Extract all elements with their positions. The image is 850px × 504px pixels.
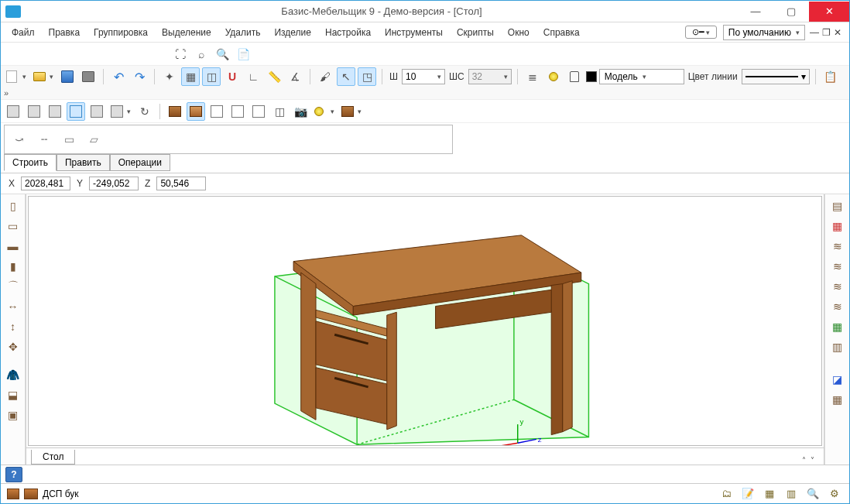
magnet-icon[interactable]: U	[223, 67, 242, 86]
angle-icon[interactable]: ∡	[286, 67, 304, 86]
dash-icon[interactable]: ╌	[36, 131, 53, 148]
wire-box2-icon[interactable]	[228, 102, 247, 121]
snap-object-icon[interactable]: ◫	[202, 67, 221, 86]
menu-group[interactable]: Группировка	[87, 24, 154, 41]
r-tool-8-icon[interactable]: ▥	[828, 338, 847, 355]
print-button[interactable]	[79, 67, 98, 86]
panel-vert-icon[interactable]: ▯	[4, 197, 22, 214]
status-tool-2-icon[interactable]: 📝	[739, 486, 756, 502]
status-tool-6-icon[interactable]: ⚙	[826, 486, 843, 502]
new-button[interactable]: ▾	[4, 67, 29, 86]
view-iso-icon[interactable]	[67, 102, 85, 121]
status-tool-3-icon[interactable]: ▦	[761, 486, 778, 502]
help-icon[interactable]: ?	[5, 467, 22, 482]
profile-icon[interactable]: 🧥	[4, 366, 22, 383]
key-toggle[interactable]: ⊙━ ▾	[685, 26, 717, 39]
extrude-icon[interactable]: ⬓	[4, 386, 22, 403]
zoom-doc-icon[interactable]: 📄	[234, 45, 252, 63]
menu-settings[interactable]: Настройка	[319, 24, 377, 41]
view-refresh-icon[interactable]: ↻	[135, 102, 154, 121]
close-button[interactable]: ✕	[809, 2, 849, 22]
status-tool-4-icon[interactable]: ▥	[783, 486, 800, 502]
select3d-icon[interactable]: ◳	[358, 67, 376, 86]
r-tool-2-icon[interactable]: ▦	[828, 218, 847, 235]
menu-delete[interactable]: Удалить	[219, 24, 267, 41]
menu-file[interactable]: Файл	[5, 24, 41, 41]
box-small-icon[interactable]: ▭	[60, 131, 77, 148]
menu-scripts[interactable]: Скрипты	[451, 24, 500, 41]
menu-tools[interactable]: Инструменты	[379, 24, 449, 41]
wire-box3-icon[interactable]	[249, 102, 268, 121]
status-tool-5-icon[interactable]: 🔍	[804, 486, 821, 502]
menu-window[interactable]: Окно	[502, 24, 536, 41]
box-icon[interactable]: ▣	[4, 406, 22, 423]
preset-combo[interactable]: По умолчанию▾	[723, 25, 805, 40]
view-right-icon[interactable]	[87, 102, 106, 121]
menu-select[interactable]: Выделение	[156, 24, 218, 41]
line-style-combo[interactable]: ▾	[742, 69, 810, 84]
minimize-button[interactable]: —	[738, 2, 773, 22]
dim-h-icon[interactable]: ↔	[4, 298, 22, 315]
width-input[interactable]: 10▾	[402, 69, 445, 84]
panel-curve-icon[interactable]: ⌒	[4, 278, 22, 295]
snap-grid-icon[interactable]: ▦	[181, 67, 200, 86]
scroll-down-icon[interactable]: ˅	[811, 456, 814, 465]
z-input[interactable]	[156, 177, 206, 190]
lock-icon[interactable]	[565, 67, 584, 86]
tab-ops[interactable]: Операции	[110, 154, 170, 171]
x-input[interactable]	[21, 177, 70, 190]
r-tool-9-icon[interactable]: ◪	[828, 371, 847, 388]
tab-build[interactable]: Строить	[4, 154, 57, 171]
open-button[interactable]: ▾	[31, 67, 56, 86]
snap-endpoint-icon[interactable]: ✦	[160, 67, 179, 86]
layer-color-swatch[interactable]	[586, 71, 597, 82]
dim-v-icon[interactable]: ↕	[4, 318, 22, 335]
view-front-icon[interactable]	[4, 102, 22, 121]
r-tool-3-icon[interactable]: ≋	[828, 238, 847, 255]
r-tool-4-icon[interactable]: ≋	[828, 258, 847, 275]
bulb-icon[interactable]	[544, 67, 563, 86]
measure-icon[interactable]: 📏	[265, 67, 283, 86]
undo-button[interactable]: ↶	[109, 67, 128, 86]
r-tool-6-icon[interactable]: ≋	[828, 298, 847, 315]
mdi-close[interactable]: ✕	[834, 27, 841, 38]
render-icon[interactable]: 🖌	[316, 67, 334, 86]
menu-help[interactable]: Справка	[537, 24, 586, 41]
mdi-minimize[interactable]: —	[810, 27, 819, 38]
zoom-extents-icon[interactable]: ⛶	[171, 45, 190, 63]
r-tool-1-icon[interactable]: ▤	[828, 197, 847, 214]
r-tool-10-icon[interactable]: ▦	[828, 391, 847, 408]
clipboard-icon[interactable]: 📋	[821, 67, 840, 86]
cursor-icon[interactable]: ↖	[337, 67, 355, 86]
arc-icon[interactable]: ⤻	[11, 131, 28, 148]
shaded-box-icon[interactable]	[187, 102, 205, 121]
material-drop-icon[interactable]: ▾	[339, 102, 364, 121]
y-input[interactable]	[89, 177, 139, 190]
r-tool-5-icon[interactable]: ≋	[828, 278, 847, 295]
layers-icon[interactable]: ≣	[523, 67, 542, 86]
r-tool-7-icon[interactable]: ▦	[828, 318, 847, 335]
box-persp-icon[interactable]: ▱	[85, 131, 102, 148]
view-more-icon[interactable]: ▾	[108, 102, 133, 121]
save-button[interactable]	[58, 67, 77, 86]
view-left-icon[interactable]	[46, 102, 64, 121]
zoom-in-icon[interactable]: 🔍	[213, 45, 231, 63]
mdi-restore[interactable]: ❐	[822, 27, 831, 38]
zoom-window-icon[interactable]: ⌕	[192, 45, 211, 63]
layer-combo[interactable]: Модель▾	[599, 69, 684, 84]
doc-tab-stol[interactable]: Стол	[31, 450, 75, 465]
menu-edit[interactable]: Правка	[43, 24, 87, 41]
status-tool-1-icon[interactable]: 🗂	[718, 486, 735, 502]
dim-both-icon[interactable]: ✥	[4, 338, 22, 355]
panel-flat-icon[interactable]: ▬	[4, 238, 22, 255]
scroll-up-icon[interactable]: ˄	[802, 456, 806, 465]
panel-horiz-icon[interactable]: ▭	[4, 218, 22, 235]
ortho-icon[interactable]: ∟	[244, 67, 262, 86]
wire-box1-icon[interactable]	[207, 102, 226, 121]
light-icon[interactable]: ▾	[312, 102, 337, 121]
tab-edit[interactable]: Править	[57, 154, 110, 171]
panel-block-icon[interactable]: ▮	[4, 258, 22, 275]
menu-product[interactable]: Изделие	[268, 24, 317, 41]
material-wood-icon[interactable]	[166, 102, 184, 121]
view-back-icon[interactable]	[25, 102, 43, 121]
